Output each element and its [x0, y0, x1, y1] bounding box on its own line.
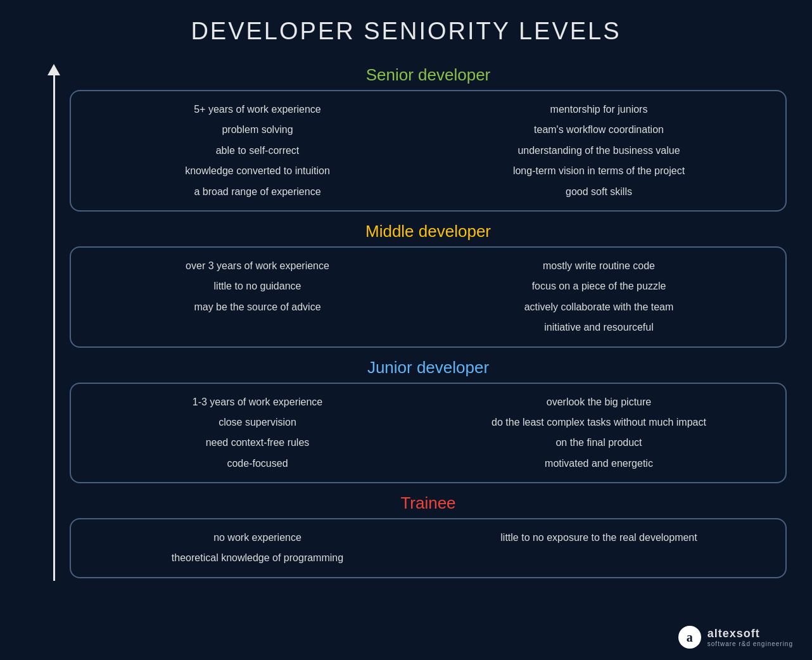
- senior-left-item-2: able to self-correct: [216, 144, 300, 158]
- arrow-head: [48, 64, 60, 75]
- level-box-left-senior: 5+ years of work experienceproblem solvi…: [90, 103, 425, 199]
- senior-right-item-2: understanding of the business value: [517, 144, 680, 158]
- senior-left-item-1: problem solving: [222, 123, 293, 137]
- page-title: DEVELOPER SENIORITY LEVELS: [0, 0, 812, 51]
- junior-right-item-3: motivated and energetic: [545, 457, 653, 471]
- level-section-middle: Middle developerover 3 years of work exp…: [70, 214, 787, 350]
- level-box-senior: 5+ years of work experienceproblem solvi…: [70, 90, 787, 212]
- trainee-left-item-0: no work experience: [213, 531, 301, 545]
- level-section-junior: Junior developer1-3 years of work experi…: [70, 350, 787, 486]
- logo-text-area: altexsoft software r&d engineering: [707, 627, 793, 647]
- middle-right-item-1: focus on a piece of the puzzle: [532, 279, 666, 293]
- level-box-right-trainee: little to no exposure to the real develo…: [431, 531, 766, 566]
- senior-right-item-0: mentorship for juniors: [550, 103, 648, 117]
- trainee-right-item-0: little to no exposure to the real develo…: [500, 531, 697, 545]
- level-box-left-trainee: no work experiencetheoretical knowledge …: [90, 531, 425, 566]
- logo-subtitle: software r&d engineering: [707, 640, 793, 647]
- level-box-junior: 1-3 years of work experienceclose superv…: [70, 383, 787, 484]
- junior-left-item-0: 1-3 years of work experience: [193, 395, 322, 409]
- junior-right-item-0: overlook the big picture: [547, 395, 651, 409]
- senior-right-item-4: good soft skills: [566, 185, 632, 199]
- level-box-right-senior: mentorship for juniorsteam's workflow co…: [431, 103, 766, 199]
- senior-right-item-1: team's workflow coordination: [534, 123, 664, 137]
- level-box-right-junior: overlook the big picturedo the least com…: [431, 395, 766, 471]
- level-box-trainee: no work experiencetheoretical knowledge …: [70, 518, 787, 578]
- seniority-arrow: [38, 58, 70, 581]
- level-box-left-middle: over 3 years of work experiencelittle to…: [90, 259, 425, 335]
- arrow-line: [53, 75, 55, 581]
- senior-right-item-3: long-term vision in terms of the project: [513, 164, 685, 178]
- senior-left-item-3: knowledge converted to intuition: [185, 164, 330, 178]
- middle-right-item-3: initiative and resourceful: [544, 320, 654, 334]
- middle-left-item-0: over 3 years of work experience: [186, 259, 329, 273]
- level-box-right-middle: mostly write routine codefocus on a piec…: [431, 259, 766, 335]
- junior-left-item-1: close supervision: [219, 416, 296, 429]
- middle-right-item-2: actively collaborate with the team: [524, 300, 674, 314]
- middle-right-item-0: mostly write routine code: [543, 259, 655, 273]
- trainee-left-item-1: theoretical knowledge of programming: [172, 551, 343, 565]
- junior-right-item-1: do the least complex tasks without much …: [492, 416, 706, 429]
- logo-name: altexsoft: [707, 627, 793, 640]
- senior-left-item-0: 5+ years of work experience: [194, 103, 321, 117]
- middle-left-item-1: little to no guidance: [214, 279, 301, 293]
- levels-container: Senior developer5+ years of work experie…: [70, 58, 787, 581]
- logo-area: a altexsoft software r&d engineering: [678, 626, 793, 649]
- level-section-senior: Senior developer5+ years of work experie…: [70, 58, 787, 214]
- level-section-trainee: Traineeno work experiencetheoretical kno…: [70, 486, 787, 581]
- senior-left-item-4: a broad range of experience: [194, 185, 320, 199]
- junior-left-item-2: need context-free rules: [206, 436, 310, 450]
- logo-icon: a: [678, 626, 701, 649]
- level-title-senior: Senior developer: [70, 58, 787, 90]
- level-title-junior: Junior developer: [70, 350, 787, 383]
- junior-right-item-2: on the final product: [555, 436, 642, 450]
- level-box-middle: over 3 years of work experiencelittle to…: [70, 246, 787, 348]
- level-box-left-junior: 1-3 years of work experienceclose superv…: [90, 395, 425, 471]
- middle-left-item-2: may be the source of advice: [194, 300, 320, 314]
- level-title-trainee: Trainee: [70, 486, 787, 518]
- level-title-middle: Middle developer: [70, 214, 787, 246]
- junior-left-item-3: code-focused: [227, 457, 288, 471]
